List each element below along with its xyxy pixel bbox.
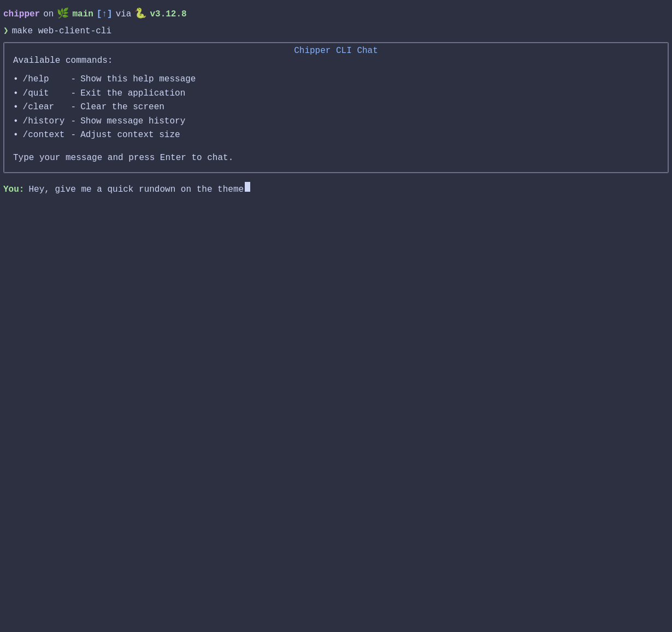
- user-message-line: You : Hey, give me a quick rundown on th…: [0, 173, 672, 196]
- cmd-name: /quit: [23, 87, 67, 101]
- lang-icon: 🐍: [134, 7, 146, 21]
- bullet: •: [13, 115, 19, 129]
- prompt-arrow: ❯: [3, 25, 9, 38]
- text-cursor: [245, 182, 250, 192]
- version-label: v3.12.8: [150, 8, 186, 21]
- cmd-desc: Show message history: [80, 115, 185, 129]
- commands-list: • /help - Show this help message • /quit…: [13, 73, 659, 143]
- cmd-dash: -: [71, 87, 76, 101]
- chat-box: Chipper CLI Chat Available commands: • /…: [3, 42, 669, 173]
- branch-icon: 🌿: [57, 7, 69, 21]
- cmd-desc: Clear the screen: [80, 101, 164, 115]
- via-text: via: [116, 8, 132, 21]
- prompt-command: make web-client-cli: [12, 25, 111, 38]
- cmd-name: /history: [23, 115, 67, 129]
- cmd-dash: -: [71, 101, 76, 115]
- prompt-line: ❯ make web-client-cli: [0, 23, 672, 39]
- user-message-text: Hey, give me a quick rundown on the them…: [28, 183, 244, 196]
- bullet: •: [13, 128, 19, 143]
- on-text: on: [43, 8, 54, 21]
- hostname: chipper: [3, 8, 40, 21]
- bullet: •: [13, 73, 19, 87]
- cmd-desc: Show this help message: [80, 73, 196, 87]
- user-label: You: [3, 183, 19, 196]
- bullet: •: [13, 101, 19, 115]
- cmd-name: /clear: [23, 101, 67, 115]
- chat-tip: Type your message and press Enter to cha…: [13, 151, 659, 164]
- cmd-desc: Adjust context size: [80, 128, 180, 143]
- cmd-name: /help: [23, 73, 67, 87]
- list-item: • /clear - Clear the screen: [13, 101, 659, 115]
- branch-name: main: [72, 8, 93, 21]
- sync-badge: [↑]: [97, 8, 113, 21]
- cmd-name: /context: [23, 128, 67, 143]
- cmd-dash: -: [71, 115, 76, 129]
- user-colon: :: [19, 183, 25, 196]
- cmd-desc: Exit the application: [80, 87, 185, 101]
- list-item: • /context - Adjust context size: [13, 128, 659, 143]
- chat-box-title: Chipper CLI Chat: [288, 44, 384, 57]
- top-bar: chipper on 🌿 main [↑] via 🐍 v3.12.8: [0, 4, 672, 23]
- list-item: • /help - Show this help message: [13, 73, 659, 87]
- list-item: • /quit - Exit the application: [13, 87, 659, 101]
- chat-box-content: Chipper CLI Chat Available commands: • /…: [4, 43, 668, 173]
- bullet: •: [13, 87, 19, 101]
- cmd-dash: -: [71, 73, 76, 87]
- cmd-dash: -: [71, 128, 76, 143]
- list-item: • /history - Show message history: [13, 115, 659, 129]
